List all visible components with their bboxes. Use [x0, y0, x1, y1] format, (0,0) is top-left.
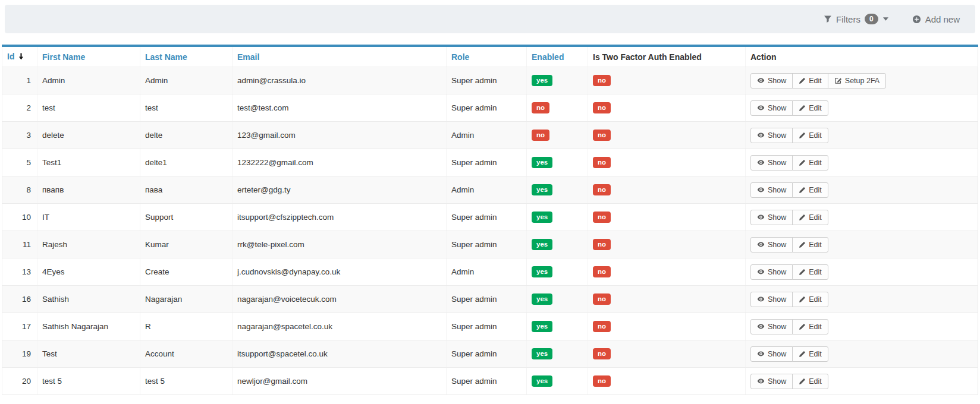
column-header-id[interactable]: Id [2, 46, 37, 67]
column-header-role[interactable]: Role [447, 46, 527, 67]
eye-icon [757, 131, 765, 139]
setup-2fa-button[interactable]: Setup 2FA [828, 73, 886, 89]
two-factor-cell: no [588, 176, 746, 204]
two-factor-cell: no [588, 149, 746, 176]
id-cell: 5 [2, 149, 37, 176]
column-header-enabled[interactable]: Enabled [527, 46, 588, 67]
email-cell: test@test.com [233, 94, 447, 122]
action-cell: ShowEdit [746, 231, 978, 258]
last-name-cell: Create [140, 258, 233, 286]
column-header-email[interactable]: Email [233, 46, 447, 67]
show-button[interactable]: Show [750, 210, 793, 225]
edit-button[interactable]: Edit [792, 210, 828, 225]
id-cell: 20 [2, 368, 37, 395]
enabled-cell: yes [527, 231, 588, 258]
edit-button[interactable]: Edit [792, 73, 828, 89]
first-name-cell: delete [37, 122, 140, 149]
last-name-cell: Account [140, 340, 233, 368]
edit-button[interactable]: Edit [792, 155, 828, 171]
enabled-cell: yes [527, 204, 588, 231]
edit-button[interactable]: Edit [792, 292, 828, 307]
last-name-cell: Admin [140, 67, 233, 94]
email-cell: itsupport@spacetel.co.uk [233, 340, 447, 368]
enabled-cell: no [527, 122, 588, 149]
first-name-cell: Test1 [37, 149, 140, 176]
enabled-cell: yes [527, 340, 588, 368]
pencil-icon [799, 159, 806, 166]
first-name-cell: Admin [37, 67, 140, 94]
action-button-group: ShowEdit [750, 346, 828, 362]
table-row: 17 Sathish Nagarajan R nagarajan@spacete… [2, 313, 978, 340]
table-row: 2 test test test@test.com Super admin no… [2, 94, 978, 122]
two-factor-badge: no [593, 212, 611, 223]
enabled-badge: no [532, 130, 549, 141]
eye-icon [757, 295, 765, 303]
first-name-cell: 4Eyes [37, 258, 140, 286]
edit-button[interactable]: Edit [792, 128, 828, 143]
add-new-button[interactable]: Add new [912, 14, 960, 24]
column-header-first-name[interactable]: First Name [37, 46, 140, 67]
two-factor-badge: no [593, 266, 611, 277]
role-cell: Super admin [447, 368, 527, 395]
email-cell: itsupport@cfszipptech.com [233, 204, 447, 231]
action-button-group: ShowEditSetup 2FA [750, 73, 886, 89]
show-button[interactable]: Show [750, 264, 793, 280]
id-cell: 17 [2, 313, 37, 340]
show-button[interactable]: Show [750, 128, 793, 143]
two-factor-badge: no [593, 75, 611, 86]
filters-button[interactable]: Filters 0 [824, 14, 888, 24]
id-cell: 13 [2, 258, 37, 286]
two-factor-badge: no [593, 157, 611, 168]
id-cell: 11 [2, 231, 37, 258]
pencil-icon [799, 105, 806, 112]
enabled-badge: yes [532, 239, 552, 250]
action-cell: ShowEdit [746, 340, 978, 368]
show-button[interactable]: Show [750, 292, 793, 307]
last-name-cell: delte1 [140, 149, 233, 176]
edit-button[interactable]: Edit [792, 346, 828, 362]
edit-button[interactable]: Edit [792, 374, 828, 389]
edit-button[interactable]: Edit [792, 182, 828, 198]
pencil-icon [799, 296, 806, 303]
pencil-icon [799, 241, 806, 248]
pencil-icon [799, 351, 806, 358]
table-row: 10 IT Support itsupport@cfszipptech.com … [2, 204, 978, 231]
eye-icon [757, 213, 765, 221]
show-button[interactable]: Show [750, 155, 793, 171]
role-cell: Super admin [447, 67, 527, 94]
edit-button[interactable]: Edit [792, 100, 828, 116]
role-cell: Admin [447, 258, 527, 286]
two-factor-cell: no [588, 368, 746, 395]
table-row: 5 Test1 delte1 1232222@gmail.com Super a… [2, 149, 978, 176]
show-button[interactable]: Show [750, 237, 793, 252]
action-button-group: ShowEdit [750, 100, 828, 116]
edit-button[interactable]: Edit [792, 319, 828, 334]
table-row: 20 test 5 test 5 newljor@gmail.com Super… [2, 368, 978, 395]
role-cell: Super admin [447, 286, 527, 313]
two-factor-cell: no [588, 286, 746, 313]
show-button[interactable]: Show [750, 319, 793, 334]
enabled-cell: yes [527, 286, 588, 313]
plus-circle-icon [912, 15, 921, 24]
show-button[interactable]: Show [750, 374, 793, 389]
show-button[interactable]: Show [750, 346, 793, 362]
first-name-cell: Sathish Nagarajan [37, 313, 140, 340]
enabled-cell: yes [527, 176, 588, 204]
role-cell: Super admin [447, 231, 527, 258]
filter-funnel-icon [824, 15, 832, 23]
table-row: 11 Rajesh Kumar rrk@tele-pixel.com Super… [2, 231, 978, 258]
show-button[interactable]: Show [750, 182, 793, 198]
action-button-group: ShowEdit [750, 155, 828, 171]
two-factor-cell: no [588, 340, 746, 368]
column-header-last-name[interactable]: Last Name [140, 46, 233, 67]
last-name-cell: пава [140, 176, 233, 204]
edit-button[interactable]: Edit [792, 237, 828, 252]
enabled-badge: yes [532, 375, 552, 387]
show-button[interactable]: Show [750, 100, 793, 116]
first-name-cell: Rajesh [37, 231, 140, 258]
action-cell: ShowEdit [746, 286, 978, 313]
show-button[interactable]: Show [750, 73, 793, 89]
email-cell: newljor@gmail.com [233, 368, 447, 395]
email-cell: 1232222@gmail.com [233, 149, 447, 176]
edit-button[interactable]: Edit [792, 264, 828, 280]
